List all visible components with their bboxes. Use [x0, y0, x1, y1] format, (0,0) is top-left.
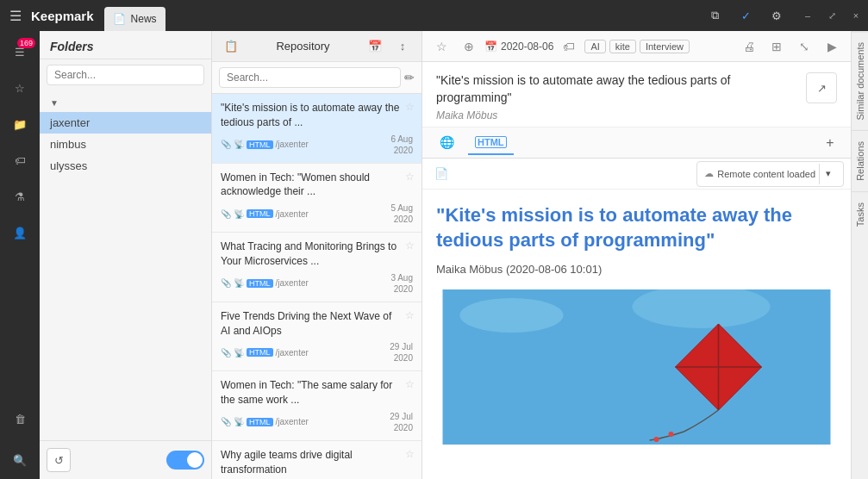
article-search-input[interactable]	[219, 67, 401, 88]
folders-tree: ▼ jaxenter nimbus ulysses	[40, 90, 211, 440]
content-body: "Kite's mission is to automate away the …	[422, 190, 851, 479]
content-tags: AI kite Interview	[584, 40, 690, 53]
share-icon: ↗	[817, 82, 827, 95]
tab-html[interactable]: HTML	[468, 131, 514, 155]
relations-tab[interactable]: Relations	[852, 130, 868, 191]
viewer-doc-btn[interactable]: 📄	[429, 162, 453, 186]
content-star-btn[interactable]: ☆	[429, 34, 453, 59]
news-tab[interactable]: 📄 News	[104, 7, 165, 31]
folder-tree-root[interactable]: ▼	[40, 94, 211, 112]
tag-kite[interactable]: kite	[609, 40, 636, 53]
folder-item-nimbus[interactable]: nimbus	[40, 134, 211, 155]
edit-search-icon[interactable]: ✏	[404, 71, 415, 84]
html-badge: HTML	[247, 209, 273, 218]
folder-icon: 📁	[13, 118, 27, 131]
maximize-btn[interactable]: ⤢	[820, 0, 844, 31]
tree-triangle-icon: ▼	[50, 98, 59, 108]
folders-header: Folders	[40, 31, 211, 59]
topbar: ☰ Keepmark 📄 News ⧉ ✓ ⚙ – ⤢ ×	[0, 0, 868, 31]
settings-action-btn[interactable]: ⚙	[761, 0, 792, 31]
menu-icon[interactable]: ☰	[0, 0, 31, 31]
star-icon[interactable]: ☆	[405, 101, 415, 113]
remote-content-button[interactable]: ☁ Remote content loaded ▾	[696, 161, 844, 187]
star-icon[interactable]: ☆	[405, 448, 415, 460]
article-item[interactable]: ☆ Women in Tech: "The same salary for th…	[212, 371, 422, 441]
folder-item-label: ulysses	[50, 159, 87, 172]
content-tabs: 🌐 HTML +	[422, 128, 851, 159]
sidebar-item-favorites[interactable]: ☆	[3, 71, 37, 105]
topbar-actions: ⧉ ✓ ⚙	[699, 0, 792, 31]
html-badge: HTML	[247, 418, 273, 426]
toggle-switch[interactable]	[166, 451, 204, 470]
copy-action-btn[interactable]: ⧉	[699, 0, 730, 31]
article-image	[436, 289, 837, 445]
article-title: Five Trends Driving the Next Wave of AI …	[221, 309, 413, 339]
app-logo: Keepmark	[31, 9, 94, 23]
content-tag-btn[interactable]: 🏷	[557, 34, 581, 59]
article-list-header: 📋 Repository 📅 ↕	[212, 31, 422, 62]
rss-icon: 📡	[234, 348, 244, 358]
article-item[interactable]: ☆ What Tracing and Monitoring Brings to …	[212, 233, 422, 302]
folder-item-ulysses[interactable]: ulysses	[40, 155, 211, 177]
sidebar-item-tags[interactable]: 🏷	[3, 143, 37, 177]
grid-btn[interactable]: ⊞	[765, 34, 789, 59]
resize-btn[interactable]: ⤡	[792, 34, 816, 59]
sidebar-item-filter[interactable]: ⚗	[3, 179, 37, 214]
sidebar-item-all[interactable]: ☰ 169	[3, 34, 37, 69]
viewer-toolbar: 📄 ☁ Remote content loaded ▾	[422, 159, 851, 190]
tag-ai[interactable]: AI	[584, 40, 605, 53]
sidebar-item-user[interactable]: 👤	[3, 215, 37, 250]
source-tag: /jaxenter	[276, 278, 309, 288]
svg-point-7	[654, 437, 659, 442]
folders-panel: Folders ▼ jaxenter nimbus ulysses ↺	[40, 31, 212, 479]
close-btn[interactable]: ×	[844, 0, 868, 31]
article-item[interactable]: ☆ "Kite's mission is to automate away th…	[212, 94, 422, 164]
check-action-btn[interactable]: ✓	[730, 0, 761, 31]
article-item[interactable]: ☆ Why agile teams drive digital transfor…	[212, 441, 422, 479]
sidebar-item-folders[interactable]: 📁	[3, 107, 37, 141]
doc-list-icon: 📋	[224, 40, 238, 53]
rss-icon: 📡	[234, 140, 244, 149]
star-icon[interactable]: ☆	[405, 240, 415, 252]
tasks-tab[interactable]: Tasks	[852, 191, 868, 237]
refresh-icon: ↺	[54, 454, 64, 467]
article-meta: 📎 📡 HTML /jaxenter 5 Aug2020	[221, 202, 413, 225]
sidebar-item-search[interactable]: 🔍	[3, 443, 37, 477]
article-meta: 📎 📡 HTML /jaxenter 29 Jul2020	[221, 411, 413, 433]
article-title: Women in Tech: "Women should acknowledge…	[221, 171, 413, 200]
web-icon: 🌐	[440, 135, 454, 149]
print-btn[interactable]: 🖨	[737, 34, 761, 59]
html-badge: HTML	[247, 279, 273, 288]
star-icon[interactable]: ☆	[405, 309, 415, 321]
folders-search-input[interactable]	[47, 65, 204, 85]
tag-interview[interactable]: Interview	[640, 40, 690, 53]
article-title: Women in Tech: "The same salary for the …	[221, 378, 413, 407]
star-icon[interactable]: ☆	[405, 171, 415, 183]
star-icon[interactable]: ☆	[405, 378, 415, 390]
refresh-button[interactable]: ↺	[47, 448, 71, 472]
share-button[interactable]: ↗	[806, 72, 837, 103]
article-list-calendar-btn[interactable]: 📅	[363, 34, 387, 59]
article-list-sort-btn[interactable]: ↕	[390, 34, 415, 59]
article-meta: 📎 📡 HTML /jaxenter 3 Aug2020	[221, 272, 413, 295]
similar-documents-tab[interactable]: Similar documents	[852, 31, 868, 130]
article-item[interactable]: ☆ Women in Tech: "Women should acknowled…	[212, 164, 422, 233]
article-meta: 📎 📡 HTML /jaxenter 29 Jul2020	[221, 341, 413, 364]
dropdown-arrow-icon[interactable]: ▾	[819, 164, 836, 184]
sidebar-item-trash[interactable]: 🗑	[3, 401, 37, 436]
article-list-header-doc-btn[interactable]: 📋	[219, 34, 243, 59]
article-item[interactable]: ☆ Five Trends Driving the Next Wave of A…	[212, 302, 422, 372]
article-body-title: "Kite's mission is to automate away the …	[436, 203, 837, 252]
content-add-btn[interactable]: ⊕	[457, 34, 481, 59]
doc-icon: 📄	[434, 167, 448, 180]
tab-web[interactable]: 🌐	[433, 130, 461, 156]
folder-item-jaxenter[interactable]: jaxenter	[40, 112, 211, 134]
minimize-btn[interactable]: –	[796, 0, 820, 31]
add-icon: ⊕	[464, 40, 474, 53]
article-title: What Tracing and Monitoring Brings to Yo…	[221, 240, 413, 269]
add-tab-btn[interactable]: +	[820, 133, 840, 153]
source-tag: /jaxenter	[276, 417, 309, 426]
print-icon: 🖨	[743, 40, 755, 53]
folders-bottom: ↺	[40, 440, 211, 479]
more-btn[interactable]: ▶	[820, 34, 844, 59]
